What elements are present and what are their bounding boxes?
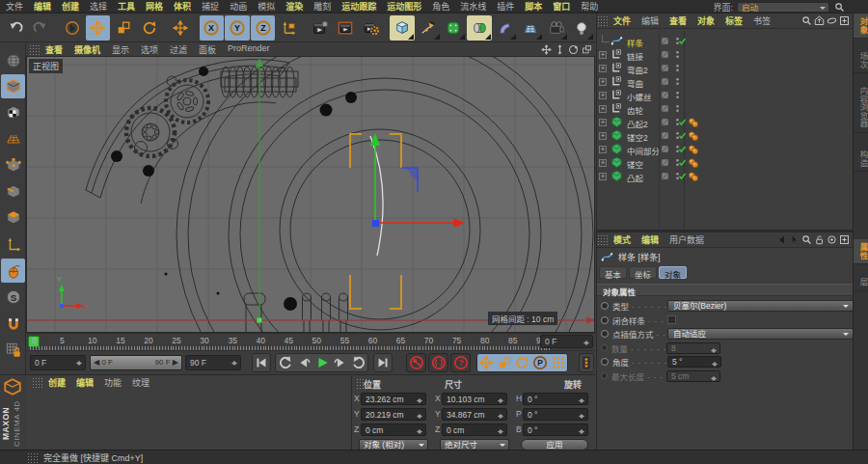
prev-key-button[interactable] (276, 354, 294, 371)
undo-button[interactable] (3, 15, 28, 41)
search-icon[interactable] (834, 2, 845, 13)
expand-icon[interactable]: + (599, 78, 607, 86)
phong-tag-icon[interactable] (688, 117, 699, 130)
menu-模拟[interactable]: 模拟 (258, 0, 275, 13)
path-home-icon[interactable] (814, 15, 825, 26)
coords-field-旋转-B[interactable]: 0 ° (523, 423, 588, 436)
key-rotation-button[interactable] (513, 354, 531, 371)
key-pla-button[interactable] (549, 354, 567, 371)
key-position-button[interactable] (477, 354, 496, 371)
visibility-dots-icon[interactable] (673, 64, 682, 74)
stepper-icon[interactable] (579, 412, 585, 421)
frame-range-slider[interactable]: ◀ 0 F 90 F ▶ (90, 355, 182, 370)
menu-渲染[interactable]: 渲染 (285, 0, 303, 13)
material-menu-编辑[interactable]: 编辑 (76, 376, 94, 389)
pan-view-icon[interactable] (541, 44, 552, 55)
viewport-canvas[interactable]: Y X 正视图 网格间距 : 10 cm (26, 56, 595, 333)
render-region-button[interactable] (333, 15, 358, 41)
enabled-check-icon[interactable] (678, 172, 687, 182)
drag-handle-icon[interactable] (597, 15, 608, 26)
animation-dot-icon[interactable] (601, 302, 609, 310)
enabled-check-icon[interactable] (678, 37, 687, 47)
redo-button[interactable] (29, 15, 54, 41)
expand-icon[interactable]: + (599, 159, 607, 167)
layer-swatch-icon[interactable] (661, 158, 669, 169)
side-tab-场次[interactable]: 场次 (854, 48, 868, 73)
object-row-凸起2[interactable]: +凸起2 (597, 116, 854, 129)
primitive-cube-button[interactable] (390, 15, 415, 41)
menu-运动跟踪[interactable]: 运动跟踪 (341, 0, 376, 13)
polygons-mode-icon-button[interactable] (1, 206, 25, 231)
model-mode-icon-button[interactable] (1, 74, 25, 98)
om-menu-编辑[interactable]: 编辑 (641, 14, 659, 27)
menu-文件[interactable]: 文件 (6, 0, 23, 13)
menu-体积[interactable]: 体积 (174, 0, 191, 13)
expand-icon[interactable]: + (599, 173, 607, 180)
enabled-check-icon[interactable] (678, 118, 687, 128)
tab-对象[interactable]: 对象 (659, 266, 687, 279)
layer-swatch-icon[interactable] (661, 50, 669, 61)
om-menu-文件[interactable]: 文件 (613, 14, 631, 27)
layer-swatch-icon[interactable] (661, 118, 669, 128)
layer-swatch-icon[interactable] (661, 172, 669, 182)
axis-y-button[interactable]: Y (225, 15, 250, 41)
menu-脚本[interactable]: 脚本 (525, 0, 542, 13)
object-row-镂空2[interactable]: +镂空2 (597, 129, 854, 143)
object-row-弯曲[interactable]: +弯曲 (597, 75, 854, 89)
prev-frame-button[interactable] (294, 354, 312, 371)
enabled-check-icon[interactable] (678, 131, 687, 142)
render-settings-button[interactable] (359, 15, 384, 41)
history-back-icon[interactable] (776, 234, 787, 245)
stepper-icon[interactable] (231, 359, 238, 368)
menu-帮助[interactable]: 帮助 (581, 0, 598, 13)
menu-工具[interactable]: 工具 (118, 0, 135, 13)
phong-tag-icon[interactable] (688, 171, 699, 184)
mouse-tweak-icon-button[interactable] (1, 259, 25, 283)
stepper-icon[interactable] (76, 359, 83, 368)
visibility-dots-icon[interactable] (673, 50, 682, 61)
layer-swatch-icon[interactable] (661, 37, 669, 47)
layer-swatch-icon[interactable] (661, 91, 669, 101)
expand-icon[interactable]: + (599, 132, 607, 140)
skip-start-button[interactable] (252, 353, 271, 372)
stepper-icon[interactable] (498, 396, 504, 405)
object-name[interactable]: 镂空2 (627, 131, 648, 143)
live-selection-button[interactable] (60, 15, 85, 41)
coords-field-位置-X[interactable]: 23.262 cm (361, 393, 426, 405)
filter-eye-icon[interactable] (827, 15, 837, 26)
stepper-icon[interactable] (417, 412, 423, 421)
keyframe-palette-button[interactable] (579, 353, 594, 372)
add-panel-icon[interactable] (839, 15, 850, 26)
animation-dot-icon[interactable] (601, 358, 609, 366)
side-tab-层[interactable]: 层 (854, 274, 868, 291)
snap-s-icon-button[interactable]: S (1, 286, 25, 310)
am-menu-编辑[interactable]: 编辑 (641, 233, 659, 246)
spline-curve[interactable] (370, 136, 383, 256)
side-tab-属性[interactable]: 属性 (854, 239, 868, 264)
current-frame-field[interactable]: 0 F (540, 335, 593, 348)
attribute-dropdown-点插值方式[interactable]: 自动适应 (667, 328, 854, 340)
expand-icon[interactable]: + (599, 51, 607, 59)
drag-handle-icon[interactable] (27, 452, 38, 463)
layer-swatch-icon[interactable] (661, 131, 669, 142)
layer-swatch-icon[interactable] (661, 145, 669, 155)
drag-handle-icon[interactable] (32, 377, 42, 388)
side-tab-内容浏览器[interactable]: 内容浏览器 (854, 83, 868, 133)
attribute-section-header[interactable]: 对象属性 (597, 284, 854, 296)
origin-handle[interactable] (372, 220, 379, 227)
tab-坐标[interactable]: 坐标 (629, 266, 657, 279)
object-row-齿轮[interactable]: +齿轮 (597, 102, 854, 116)
menu-动画[interactable]: 动画 (230, 0, 247, 13)
target-icon[interactable] (827, 234, 837, 245)
move-manipulator[interactable] (370, 133, 465, 228)
coords-field-旋转-P[interactable]: 0 ° (523, 408, 588, 421)
material-menu-创建[interactable]: 创建 (48, 376, 66, 389)
attribute-field-最大长度[interactable]: 5 cm (666, 370, 720, 382)
autokeying-button[interactable] (428, 353, 448, 372)
material-menu-功能[interactable]: 功能 (104, 376, 122, 389)
menu-创建[interactable]: 创建 (62, 0, 79, 13)
axis-mode-icon-button[interactable] (1, 232, 25, 257)
object-name[interactable]: 链接 (627, 50, 643, 62)
layer-swatch-icon[interactable] (661, 64, 669, 74)
om-menu-书签[interactable]: 书签 (753, 14, 771, 27)
